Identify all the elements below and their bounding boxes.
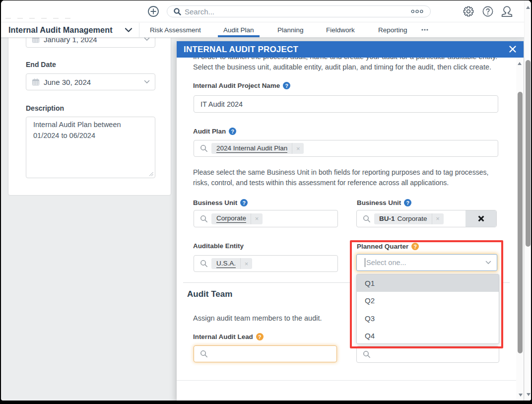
more-tabs-icon[interactable]	[421, 29, 428, 31]
business-unit-right-select[interactable]: BU-1Corporate ×	[356, 210, 497, 227]
global-search-input[interactable]: Search...	[167, 5, 431, 17]
business-unit-right-label: Business Unit ?	[357, 199, 411, 206]
annotation-highlight-box	[350, 240, 503, 348]
logo-remnant	[5, 18, 76, 19]
nav-divider	[139, 23, 139, 37]
tab-audit-plan[interactable]: Audit Plan	[223, 26, 254, 34]
search-icon	[200, 215, 208, 223]
business-unit-ref-tag: BU-1Corporate ×	[374, 213, 444, 224]
internal-audit-lead-input[interactable]	[194, 345, 337, 362]
chevron-down-icon	[144, 80, 150, 84]
search-icon	[363, 350, 371, 358]
business-unit-tag: Corporate ×	[211, 213, 263, 224]
end-date-value: June 30, 2024	[44, 78, 144, 86]
help-tooltip-icon[interactable]: ?	[404, 199, 411, 206]
resize-handle-icon[interactable]	[149, 172, 153, 176]
remove-tag-icon[interactable]: ×	[251, 213, 263, 224]
team-member-input[interactable]	[356, 346, 499, 363]
section-divider	[183, 282, 350, 283]
chevron-down-icon[interactable]	[125, 28, 133, 33]
project-name-value: IT Audit 2024	[200, 100, 243, 108]
nav-bar: Internal Audit Management Risk Assessmen…	[1, 22, 531, 38]
active-tab-indicator	[218, 35, 260, 37]
help-tooltip-icon[interactable]: ?	[283, 82, 290, 89]
search-icon	[363, 215, 371, 223]
help-tooltip-icon[interactable]: ?	[256, 333, 264, 340]
business-unit-left-select[interactable]: Corporate ×	[194, 210, 338, 227]
tab-risk-assessment[interactable]: Risk Assessment	[150, 26, 201, 34]
top-bar: Search...	[1, 0, 531, 22]
scroll-up-arrow[interactable]	[526, 6, 530, 9]
search-options-icon[interactable]	[411, 9, 423, 13]
help-icon[interactable]	[482, 6, 493, 17]
audit-plan-side-card: January 1, 2024 End Date June 30, 2024 D…	[8, 30, 171, 196]
logo-placeholder	[1, 0, 77, 20]
scroll-up-arrow[interactable]	[518, 62, 522, 65]
audit-team-description: Assign audit team members to the audit.	[193, 314, 322, 322]
remove-tag-icon[interactable]: ×	[432, 213, 444, 224]
audit-plan-tag: 2024 Internal Audit Plan ×	[211, 143, 304, 154]
project-name-label: Internal Audit Project Name ?	[193, 82, 290, 89]
search-icon	[200, 144, 208, 152]
tab-planning[interactable]: Planning	[277, 26, 304, 34]
bold-x-icon	[478, 215, 484, 222]
modal-footer-divider	[177, 380, 516, 381]
modal-header: INTERNAL AUDIT PROJECT	[177, 41, 524, 58]
section-divider	[503, 282, 510, 283]
clear-field-button[interactable]	[466, 210, 496, 227]
modal-scrollbar-thumb[interactable]	[518, 92, 523, 353]
description-text: Internal Audit Plan between01/2024 to 06…	[33, 119, 147, 141]
modal-note-text: Please select the same Business Unit in …	[193, 167, 501, 188]
audit-plan-select[interactable]: 2024 Internal Audit Plan ×	[194, 140, 498, 157]
scroll-down-arrow[interactable]	[527, 393, 531, 396]
settings-gear-icon[interactable]	[463, 6, 474, 17]
audit-team-heading: Audit Team	[187, 289, 232, 299]
auditable-entity-tag: U.S.A. ×	[211, 258, 252, 269]
internal-audit-lead-label: Internal Audit Lead ?	[193, 333, 264, 340]
help-tooltip-icon[interactable]: ?	[240, 199, 248, 206]
auditable-entity-select[interactable]: U.S.A. ×	[194, 255, 338, 272]
calendar-icon	[32, 78, 40, 86]
window-scrollbar[interactable]	[524, 0, 531, 401]
app-window: January 1, 2024 End Date June 30, 2024 D…	[1, 0, 531, 401]
description-label: Description	[26, 104, 64, 112]
audit-plan-label: Audit Plan ?	[193, 128, 236, 135]
remove-tag-icon[interactable]: ×	[292, 143, 304, 154]
end-date-label: End Date	[26, 61, 56, 68]
window-scrollbar-thumb[interactable]	[526, 60, 531, 247]
close-icon[interactable]	[507, 43, 519, 55]
project-name-input[interactable]: IT Audit 2024	[194, 95, 498, 113]
scroll-down-arrow[interactable]	[519, 394, 523, 397]
business-unit-left-label: Business Unit ?	[193, 199, 248, 206]
remove-tag-icon[interactable]: ×	[240, 258, 252, 269]
modal-title: INTERNAL AUDIT PROJECT	[184, 45, 298, 55]
help-tooltip-icon[interactable]: ?	[229, 128, 236, 135]
create-new-button[interactable]	[147, 5, 160, 18]
user-icon[interactable]	[501, 5, 513, 17]
auditable-entity-label: Auditable Entity	[193, 242, 244, 250]
app-switcher[interactable]: Internal Audit Management	[8, 25, 113, 35]
search-placeholder: Search...	[185, 7, 411, 16]
end-date-field[interactable]: June 30, 2024	[26, 73, 155, 90]
search-icon	[173, 7, 182, 16]
tab-reporting[interactable]: Reporting	[378, 26, 407, 34]
search-icon	[200, 260, 208, 268]
chevron-down-icon	[144, 37, 150, 41]
description-textarea[interactable]: Internal Audit Plan between01/2024 to 06…	[26, 117, 155, 178]
tab-fieldwork[interactable]: Fieldwork	[326, 26, 355, 34]
search-icon	[200, 350, 208, 358]
